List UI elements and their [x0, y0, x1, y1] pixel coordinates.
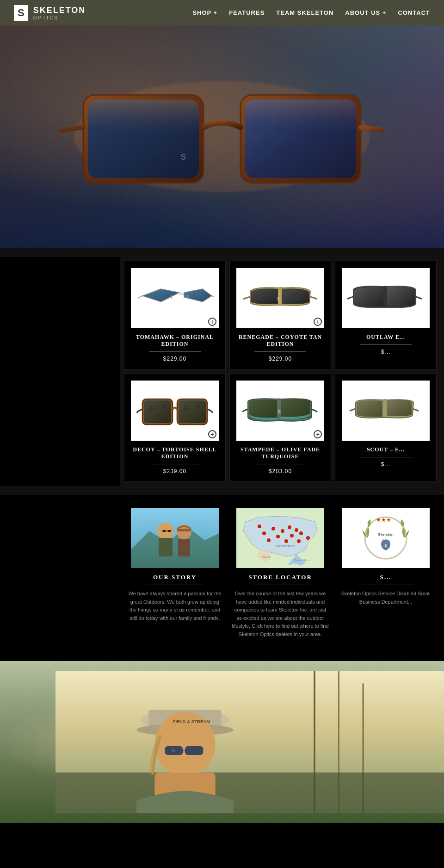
- svg-line-8: [138, 296, 142, 298]
- nav-contact[interactable]: CONTACT: [398, 9, 430, 16]
- product-scout-price: $...: [381, 461, 391, 468]
- nav-features[interactable]: FEATURES: [229, 9, 265, 16]
- svg-rect-60: [56, 772, 444, 813]
- our-story-text: We have always shared a passion for the …: [126, 590, 223, 622]
- svg-point-19: [156, 414, 159, 417]
- svg-point-39: [290, 534, 294, 537]
- svg-point-36: [281, 529, 284, 533]
- product-outlaw-name: OUTLAW E...: [366, 334, 405, 341]
- service-text: Skeleton Optics Service Disabled Small B…: [337, 590, 434, 606]
- svg-rect-27: [162, 530, 166, 532]
- product-renegade-name: RENEGADE – COYOTE TAN EDITION: [237, 334, 324, 348]
- info-section: OUR STORY We have always shared a passio…: [0, 495, 444, 661]
- svg-text:United States: United States: [276, 544, 296, 548]
- nav-about[interactable]: ABOUT US +: [345, 9, 386, 16]
- svg-point-37: [288, 525, 291, 529]
- products-row-1: + TOMAHAWK – ORIGINAL EDITION $229.00: [124, 261, 440, 369]
- svg-text:★★★: ★★★: [376, 517, 391, 523]
- svg-rect-7: [245, 100, 356, 132]
- product-divider-6: [360, 457, 412, 457]
- product-plus-icon-3[interactable]: +: [208, 430, 216, 438]
- svg-point-46: [297, 539, 301, 543]
- svg-text:S: S: [172, 748, 175, 753]
- svg-point-38: [295, 528, 298, 532]
- info-card-service[interactable]: ★★★ Skeleton Optics S S... Skeleton Opti…: [335, 508, 437, 648]
- svg-line-9: [212, 296, 214, 298]
- product-renegade-price: $229.00: [269, 356, 292, 362]
- store-locator-title: STORE LOCATOR: [248, 574, 312, 581]
- product-tomahawk-name: TOMAHAWK – ORIGINAL EDITION: [131, 334, 218, 348]
- product-stampede-name: STAMPEDE – OLIVE FADE TURQUOISE: [237, 446, 324, 460]
- svg-text:Skeleton: Skeleton: [378, 532, 393, 537]
- svg-rect-31: [177, 529, 191, 531]
- svg-rect-32: [178, 539, 190, 556]
- info-left-spacer: [0, 504, 120, 652]
- footer-hero-section: S FIELD & STREAM: [0, 661, 444, 823]
- products-left-spacer: [0, 257, 120, 486]
- our-story-divider: [146, 585, 204, 585]
- svg-point-40: [299, 531, 303, 535]
- products-grid: + TOMAHAWK – ORIGINAL EDITION $229.00: [120, 257, 444, 486]
- store-locator-text: Over the course of the last few years we…: [232, 590, 329, 639]
- store-locator-svg: United States Mexico Puerto Rico: [236, 508, 324, 568]
- products-section: + TOMAHAWK – ORIGINAL EDITION $229.00: [0, 248, 444, 495]
- footer-hero-image: S FIELD & STREAM: [0, 661, 444, 823]
- nav-team-skeleton[interactable]: TEAM SKELETON: [276, 9, 333, 16]
- product-renegade-img: S +: [236, 268, 324, 328]
- store-locator-divider: [251, 585, 309, 585]
- logo-text: SKELETON OPTICS: [33, 6, 86, 20]
- outlaw-svg: [346, 275, 425, 321]
- svg-rect-14: [144, 400, 171, 423]
- svg-text:S: S: [277, 296, 280, 301]
- svg-point-21: [196, 404, 200, 408]
- product-divider-4: [149, 464, 201, 464]
- store-locator-img-bg: United States Mexico Puerto Rico: [236, 508, 324, 568]
- product-outlaw-price: $...: [381, 349, 391, 355]
- nav-shop[interactable]: SHOP +: [192, 9, 217, 16]
- svg-text:S: S: [384, 543, 387, 548]
- logo-box: S: [14, 5, 28, 21]
- our-story-img-bg: [131, 508, 219, 568]
- product-divider-2: [254, 351, 307, 352]
- info-card-store-locator[interactable]: United States Mexico Puerto Rico STORE L…: [229, 508, 331, 648]
- our-story-image: [131, 508, 219, 568]
- stampede-svg: S: [241, 387, 320, 434]
- svg-text:Mexico: Mexico: [262, 556, 271, 558]
- product-renegade: S + RENEGADE – COYOTE TAN EDITION $229.0…: [229, 261, 331, 369]
- product-divider-5: [254, 464, 307, 464]
- svg-rect-26: [159, 538, 173, 556]
- product-plus-icon-4[interactable]: +: [314, 430, 322, 438]
- product-outlaw-img: [342, 268, 430, 328]
- svg-rect-16: [179, 400, 206, 423]
- footer-hero-svg: S FIELD & STREAM: [56, 661, 444, 823]
- svg-point-35: [271, 527, 275, 531]
- product-tomahawk-img: +: [131, 268, 219, 328]
- product-decoy-img: +: [131, 381, 219, 441]
- info-card-our-story[interactable]: OUR STORY We have always shared a passio…: [124, 508, 226, 648]
- product-decoy-price: $239.00: [163, 468, 186, 475]
- product-stampede-price: $203.00: [269, 468, 292, 475]
- svg-point-34: [262, 531, 266, 535]
- product-stampede-img: S +: [236, 381, 324, 441]
- product-stampede: S + STAMPEDE – OLIVE FADE TURQUOISE $203…: [229, 373, 331, 482]
- product-scout-img: [342, 381, 430, 441]
- hero-sunglasses-svg: S: [60, 67, 384, 206]
- svg-point-42: [267, 538, 271, 542]
- product-plus-icon-2[interactable]: +: [314, 318, 322, 326]
- svg-text:S: S: [278, 409, 281, 414]
- tomahawk-svg: [136, 275, 214, 321]
- product-tomahawk: + TOMAHAWK – ORIGINAL EDITION $229.00: [124, 261, 226, 369]
- our-story-title: OUR STORY: [153, 574, 197, 581]
- logo[interactable]: S SKELETON OPTICS: [14, 5, 86, 21]
- navbar: S SKELETON OPTICS SHOP + FEATURES TEAM S…: [0, 0, 444, 25]
- product-tomahawk-price: $229.00: [163, 356, 186, 362]
- product-outlaw: OUTLAW E... $...: [335, 261, 437, 369]
- product-decoy: + DECOY – TORTOISE SHELL EDITION $239.00: [124, 373, 226, 482]
- info-cards: OUR STORY We have always shared a passio…: [120, 504, 444, 652]
- svg-point-22: [191, 414, 193, 417]
- service-image: ★★★ Skeleton Optics S: [342, 508, 430, 568]
- info-row: OUR STORY We have always shared a passio…: [0, 504, 444, 652]
- service-divider: [357, 585, 415, 585]
- product-plus-icon[interactable]: +: [208, 318, 216, 326]
- nav-menu: SHOP + FEATURES TEAM SKELETON ABOUT US +…: [192, 9, 430, 16]
